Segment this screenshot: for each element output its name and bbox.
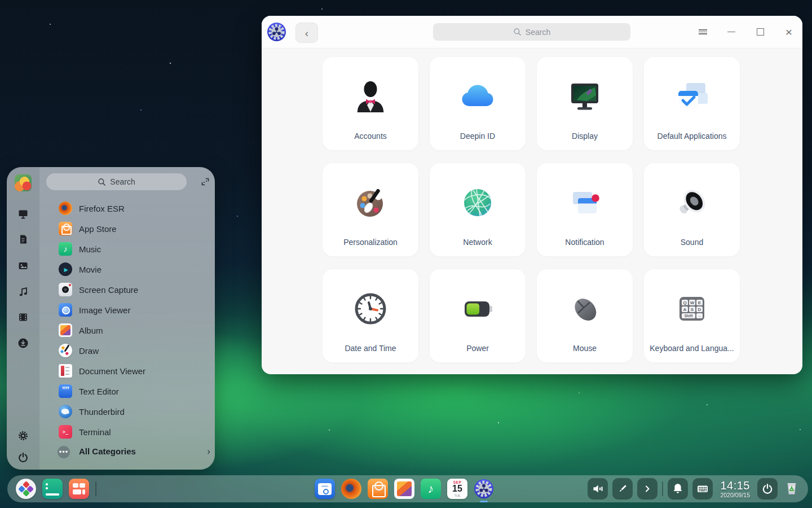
app-item-terminal[interactable]: Terminal — [39, 422, 215, 442]
titlebar[interactable]: ‹ Search × — [262, 16, 802, 49]
launcher-app-list: Firefox ESR App Store Music Movie Screen… — [39, 198, 215, 442]
app-item-document-viewer[interactable]: Document Viewer — [39, 361, 215, 381]
notification-bell-icon[interactable] — [668, 478, 688, 500]
videos-category-icon[interactable] — [17, 312, 29, 323]
personalization-palette-icon — [350, 182, 391, 223]
module-card-date-time[interactable]: Date and Time — [323, 269, 418, 362]
module-card-deepin-id[interactable]: Deepin ID — [430, 57, 526, 150]
launcher-search-input[interactable]: Search — [46, 173, 187, 190]
volume-icon[interactable] — [588, 478, 608, 500]
app-item-text-editor[interactable]: Text Editor — [39, 381, 215, 401]
module-label: Default Applications — [647, 132, 736, 141]
draw-icon — [59, 344, 72, 357]
module-label: Mouse — [540, 344, 629, 353]
screen-capture-pen-icon[interactable] — [612, 478, 633, 500]
module-card-sound[interactable]: Sound — [644, 163, 740, 256]
app-item-app-store[interactable]: App Store — [39, 218, 215, 239]
downloads-category-icon[interactable] — [17, 338, 29, 349]
close-button[interactable]: × — [782, 25, 796, 39]
search-icon — [98, 178, 106, 186]
firefox-icon — [59, 202, 72, 215]
maximize-button[interactable] — [753, 25, 767, 39]
user-avatar[interactable] — [15, 174, 32, 191]
module-label: Deepin ID — [433, 132, 522, 141]
svg-text:D: D — [698, 307, 701, 312]
file-manager-icon[interactable] — [315, 479, 335, 499]
app-item-firefox[interactable]: Firefox ESR — [39, 198, 215, 218]
app-item-thunderbird[interactable]: Thunderbird — [39, 401, 215, 422]
all-categories-item[interactable]: ••• All Categories › — [39, 442, 215, 462]
module-card-personalization[interactable]: Personalization — [323, 163, 418, 256]
launcher-search-placeholder: Search — [110, 177, 135, 186]
module-label: Keyboard and Langua... — [647, 344, 736, 353]
module-card-keyboard[interactable]: QWE ASD Shift→ Keyboard and Langua... — [644, 269, 740, 362]
module-card-mouse[interactable]: Mouse — [537, 269, 633, 362]
module-card-default-applications[interactable]: Default Applications — [644, 57, 740, 150]
svg-text:A: A — [683, 307, 687, 312]
search-input[interactable]: Search — [433, 23, 630, 41]
document-viewer-icon — [59, 364, 72, 378]
svg-text:Shift: Shift — [685, 314, 693, 318]
music-icon[interactable] — [421, 479, 441, 499]
search-placeholder: Search — [526, 28, 550, 37]
music-category-icon[interactable] — [17, 286, 29, 297]
mouse-icon — [564, 288, 605, 329]
multitasking-view-icon[interactable] — [42, 479, 63, 499]
app-item-movie[interactable]: Movie — [39, 259, 215, 279]
back-button[interactable]: ‹ — [295, 23, 318, 43]
app-store-icon[interactable] — [368, 479, 388, 499]
ellipsis-icon: ••• — [58, 446, 70, 458]
calendar-icon[interactable]: SEP 15 TUE — [447, 479, 467, 499]
svg-text:E: E — [698, 300, 701, 305]
control-center-app-icon — [267, 22, 286, 42]
dock-clock[interactable]: 14:15 2020/09/15 — [717, 480, 753, 498]
default-apps-icon — [672, 76, 712, 117]
minimize-button[interactable] — [725, 25, 738, 39]
accounts-icon — [350, 76, 391, 117]
firefox-icon[interactable] — [341, 479, 361, 499]
app-item-draw[interactable]: Draw — [39, 340, 215, 361]
clock-icon — [350, 288, 391, 329]
documents-category-icon[interactable] — [17, 234, 29, 245]
internet-category-icon[interactable] — [17, 208, 29, 220]
notification-icon — [564, 182, 605, 223]
shutdown-icon[interactable] — [757, 478, 778, 500]
module-label: Date and Time — [326, 344, 415, 353]
svg-text:Q: Q — [683, 300, 686, 305]
clock-date: 2020/09/15 — [720, 492, 750, 498]
module-label: Accounts — [326, 132, 415, 141]
trash-icon[interactable] — [782, 478, 801, 500]
stars-decoration — [0, 0, 1, 1]
dock-tray-group: 14:15 2020/09/15 — [588, 478, 801, 500]
launcher-panel: Search Firefox ESR App Store Music Movie… — [7, 167, 215, 470]
dock: SEP 15 TUE — [7, 475, 808, 502]
module-label: Personalization — [326, 238, 415, 247]
display-monitor-icon — [564, 76, 605, 117]
app-item-album[interactable]: Album — [39, 320, 215, 340]
window-controls: × — [696, 16, 796, 48]
module-card-accounts[interactable]: Accounts — [323, 57, 418, 150]
pictures-category-icon[interactable] — [17, 260, 29, 271]
settings-icon[interactable] — [17, 430, 29, 441]
thunderbird-icon — [59, 405, 72, 418]
battery-icon — [457, 288, 498, 329]
module-label: Display — [540, 132, 629, 141]
power-icon[interactable] — [17, 452, 29, 463]
module-card-display[interactable]: Display — [537, 57, 633, 150]
control-center-icon[interactable] — [474, 479, 494, 499]
menu-icon[interactable] — [696, 25, 709, 39]
module-card-network[interactable]: Network — [430, 163, 526, 256]
expand-chevron-icon[interactable] — [637, 478, 657, 500]
module-card-power[interactable]: Power — [430, 269, 526, 362]
fullscreen-toggle-icon[interactable] — [199, 176, 211, 188]
app-item-screen-capture[interactable]: Screen Capture — [39, 279, 215, 300]
launcher-icon[interactable] — [16, 479, 36, 499]
svg-text:S: S — [691, 307, 694, 312]
onscreen-keyboard-icon[interactable] — [692, 478, 713, 500]
app-item-music[interactable]: Music — [39, 239, 215, 259]
sound-speaker-icon — [672, 182, 712, 223]
module-card-notification[interactable]: Notification — [537, 163, 633, 256]
album-icon[interactable] — [394, 479, 414, 499]
desktop-grid-icon[interactable] — [69, 479, 89, 499]
app-item-image-viewer[interactable]: Image Viewer — [39, 300, 215, 320]
